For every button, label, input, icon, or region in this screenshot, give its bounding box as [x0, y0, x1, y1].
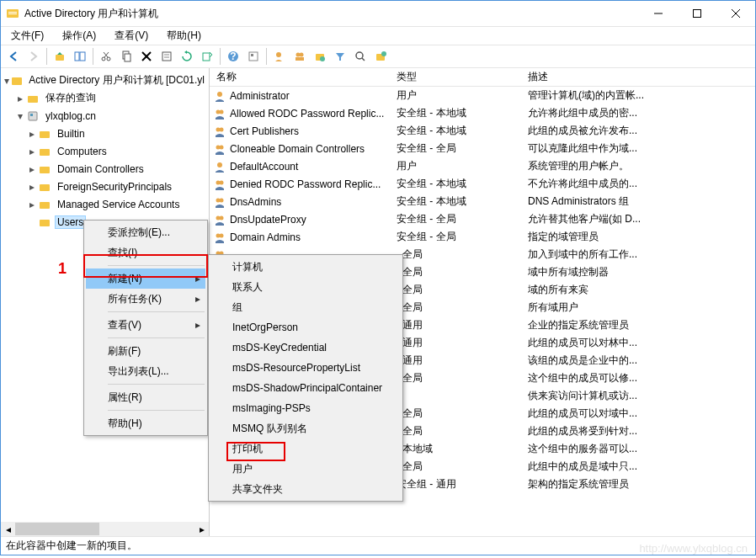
- ctx-sub-item[interactable]: InetOrgPerson: [210, 317, 401, 337]
- filter-icon[interactable]: [331, 47, 349, 66]
- ctx-item[interactable]: 帮助(H): [86, 413, 205, 433]
- group-icon: [213, 125, 226, 138]
- ctx-item[interactable]: 刷新(F): [86, 341, 205, 361]
- find-button[interactable]: [244, 47, 263, 66]
- ctx-label: 委派控制(E)...: [108, 226, 170, 240]
- list-row[interactable]: Denied RODC Password Replic...安全组 - 本地域不…: [210, 175, 755, 193]
- tree-item-managed-service-accounts[interactable]: ▸Managed Service Accounts: [3, 195, 207, 213]
- column-name[interactable]: 名称: [210, 70, 390, 84]
- svg-rect-9: [80, 52, 85, 61]
- menu-action[interactable]: 操作(A): [59, 27, 99, 45]
- ctx-sub-item[interactable]: MSMQ 队列别名: [210, 418, 401, 438]
- cell-desc: 允许将此组中成员的密...: [521, 106, 755, 120]
- expander-icon[interactable]: ▾: [14, 110, 26, 122]
- ctx-item[interactable]: 属性(R): [86, 387, 205, 407]
- list-row[interactable]: Domain Admins安全组 - 全局指定的域管理员: [210, 228, 755, 246]
- window-title: Active Directory 用户和计算机: [24, 7, 639, 21]
- ctx-sub-item[interactable]: 打印机: [210, 438, 401, 459]
- tree-item-computers[interactable]: ▸Computers: [3, 142, 207, 160]
- tree-root[interactable]: ▾ Active Directory 用户和计算机 [DC01.yl: [3, 72, 207, 89]
- add-icon[interactable]: [371, 47, 390, 66]
- expander-icon[interactable]: ▾: [3, 75, 11, 87]
- cell-type: - 通用: [390, 336, 521, 350]
- folder-icon: [38, 162, 51, 176]
- tree-item-foreignsecurityprincipals[interactable]: ▸ForeignSecurityPrincipals: [3, 178, 207, 195]
- column-type[interactable]: 类型: [390, 70, 521, 84]
- svg-point-35: [381, 51, 386, 56]
- ctx-sub-item[interactable]: 组: [210, 297, 401, 317]
- cell-type: - 全局: [390, 300, 521, 315]
- scroll-track[interactable]: [15, 522, 194, 536]
- expander-icon[interactable]: ▸: [26, 128, 38, 140]
- column-desc[interactable]: 描述: [521, 70, 755, 84]
- tree-label: Computers: [55, 145, 109, 158]
- menu-view[interactable]: 查看(V): [111, 27, 152, 45]
- expander-icon[interactable]: ▸: [14, 93, 26, 104]
- delete-button[interactable]: [137, 47, 156, 66]
- help-button[interactable]: ?: [224, 47, 242, 66]
- list-row[interactable]: Cert Publishers安全组 - 本地域此组的成员被允许发布...: [210, 122, 755, 140]
- list-row[interactable]: Administrator用户管理计算机(域)的内置帐...: [210, 87, 755, 104]
- ctx-label: 所有任务(K): [108, 292, 162, 306]
- properties-button[interactable]: [157, 47, 176, 66]
- back-button[interactable]: [4, 47, 23, 66]
- group-icon: [213, 213, 226, 226]
- ctx-sub-item[interactable]: msDS-ResourcePropertyList: [210, 358, 401, 378]
- scroll-right-button[interactable]: ▸: [194, 522, 209, 536]
- refresh-button[interactable]: [178, 47, 196, 66]
- search-icon[interactable]: [351, 47, 370, 66]
- new-user-icon[interactable]: [270, 47, 289, 66]
- cell-type: - 全局: [390, 424, 521, 438]
- expander-icon[interactable]: ▸: [26, 181, 38, 193]
- list-row[interactable]: DefaultAccount用户系统管理的用户帐户。: [210, 157, 755, 175]
- scroll-left-button[interactable]: ◂: [1, 522, 15, 536]
- new-ou-icon[interactable]: [311, 47, 329, 66]
- scrollbar-horizontal[interactable]: ◂ ▸: [1, 522, 209, 536]
- ctx-sub-item[interactable]: msImaging-PSPs: [210, 398, 401, 418]
- ctx-sub-item[interactable]: msDS-KeyCredential: [210, 337, 401, 358]
- ctx-item[interactable]: 新建(N)▸: [86, 268, 205, 289]
- export-button[interactable]: [198, 47, 216, 66]
- cell-type: 安全组 - 本地域: [390, 194, 521, 209]
- list-row[interactable]: Allowed RODC Password Replic...安全组 - 本地域…: [210, 104, 755, 122]
- minimize-button[interactable]: [639, 1, 678, 26]
- cell-type: 安全组 - 全局: [390, 141, 521, 156]
- svg-rect-25: [251, 54, 253, 56]
- tree-domain[interactable]: ▾ ylxqblog.cn: [3, 107, 207, 125]
- up-button[interactable]: [51, 47, 69, 66]
- forward-button[interactable]: [24, 47, 43, 66]
- ctx-item[interactable]: 委派控制(E)...: [86, 222, 205, 242]
- menu-file[interactable]: 文件(F): [8, 27, 47, 45]
- ctx-item[interactable]: 查找(I)...: [86, 242, 205, 263]
- tree-saved-queries[interactable]: ▸ 保存的查询: [3, 89, 207, 107]
- cut-button[interactable]: [97, 47, 115, 66]
- copy-button[interactable]: [117, 47, 136, 66]
- close-button[interactable]: [716, 1, 755, 26]
- scroll-thumb[interactable]: [15, 523, 99, 535]
- show-hide-button[interactable]: [71, 47, 89, 66]
- menu-separator: [108, 265, 205, 266]
- maximize-button[interactable]: [678, 1, 716, 26]
- list-row[interactable]: Cloneable Domain Controllers安全组 - 全局可以克隆…: [210, 140, 755, 157]
- expander-icon[interactable]: ▸: [26, 199, 38, 210]
- list-row[interactable]: DnsUpdateProxy安全组 - 全局允许替其他客户端(如 D...: [210, 210, 755, 228]
- svg-rect-8: [75, 52, 79, 61]
- ctx-sub-item[interactable]: 计算机: [210, 257, 401, 277]
- expander-icon[interactable]: ▸: [26, 146, 38, 157]
- tree-label: Domain Controllers: [55, 162, 146, 176]
- tree-label: 保存的查询: [43, 90, 98, 106]
- tree-item-domain-controllers[interactable]: ▸Domain Controllers: [3, 160, 207, 178]
- cell-desc: 此组的成员被允许发布...: [521, 124, 755, 138]
- ctx-item[interactable]: 导出列表(L)...: [86, 361, 205, 381]
- ctx-item[interactable]: 查看(V)▸: [86, 315, 205, 335]
- ctx-sub-item[interactable]: 联系人: [210, 277, 401, 297]
- ctx-sub-item[interactable]: 用户: [210, 459, 401, 479]
- ctx-sub-item[interactable]: 共享文件夹: [210, 479, 401, 499]
- ctx-sub-item[interactable]: msDS-ShadowPrincipalContainer: [210, 378, 401, 398]
- ctx-item[interactable]: 所有任务(K)▸: [86, 289, 205, 309]
- list-row[interactable]: DnsAdmins安全组 - 本地域DNS Administrators 组: [210, 193, 755, 210]
- expander-icon[interactable]: ▸: [26, 163, 38, 175]
- menu-help[interactable]: 帮助(H): [163, 27, 205, 45]
- tree-item-builtin[interactable]: ▸Builtin: [3, 125, 207, 142]
- new-group-icon[interactable]: [290, 47, 309, 66]
